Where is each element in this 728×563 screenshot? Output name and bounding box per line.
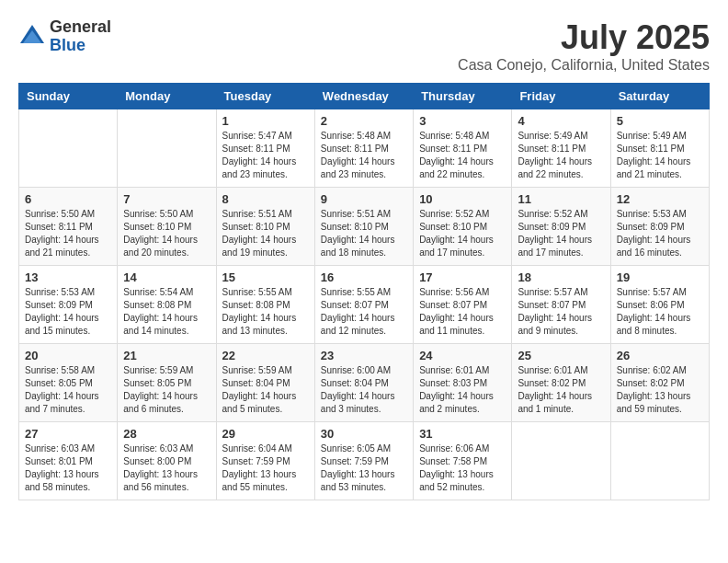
weekday-header: Saturday (610, 84, 709, 109)
day-number: 24 (419, 349, 506, 362)
calendar-week-row: 1Sunrise: 5:47 AM Sunset: 8:11 PM Daylig… (19, 109, 710, 188)
day-number: 6 (25, 192, 111, 206)
day-info: Sunrise: 6:06 AM Sunset: 7:58 PM Dayligh… (419, 442, 506, 494)
day-number: 1 (222, 114, 309, 128)
day-info: Sunrise: 6:03 AM Sunset: 8:01 PM Dayligh… (25, 442, 111, 494)
day-number: 8 (222, 192, 309, 206)
weekday-header: Thursday (414, 84, 512, 109)
calendar-cell: 5Sunrise: 5:49 AM Sunset: 8:11 PM Daylig… (610, 109, 709, 188)
calendar-cell (19, 109, 118, 188)
logo-icon (18, 23, 46, 51)
calendar-cell: 16Sunrise: 5:55 AM Sunset: 8:07 PM Dayli… (314, 266, 413, 344)
day-info: Sunrise: 5:53 AM Sunset: 8:09 PM Dayligh… (25, 286, 111, 338)
day-number: 21 (123, 349, 210, 362)
calendar-cell: 19Sunrise: 5:57 AM Sunset: 8:06 PM Dayli… (610, 266, 709, 344)
day-number: 23 (321, 349, 407, 362)
calendar-cell: 12Sunrise: 5:53 AM Sunset: 8:09 PM Dayli… (610, 188, 709, 266)
calendar-cell: 15Sunrise: 5:55 AM Sunset: 8:08 PM Dayli… (216, 266, 314, 344)
day-number: 22 (222, 349, 309, 362)
day-number: 16 (321, 270, 407, 284)
calendar-cell: 10Sunrise: 5:52 AM Sunset: 8:10 PM Dayli… (414, 188, 512, 266)
calendar-header-row: SundayMondayTuesdayWednesdayThursdayFrid… (19, 84, 710, 109)
calendar-cell: 14Sunrise: 5:54 AM Sunset: 8:08 PM Dayli… (118, 266, 216, 344)
day-info: Sunrise: 5:47 AM Sunset: 8:11 PM Dayligh… (222, 130, 309, 181)
day-info: Sunrise: 5:48 AM Sunset: 8:11 PM Dayligh… (419, 130, 506, 181)
day-info: Sunrise: 6:04 AM Sunset: 7:59 PM Dayligh… (222, 442, 309, 494)
day-number: 7 (123, 192, 210, 206)
calendar-cell: 22Sunrise: 5:59 AM Sunset: 8:04 PM Dayli… (216, 344, 314, 422)
day-info: Sunrise: 6:01 AM Sunset: 8:03 PM Dayligh… (419, 364, 506, 416)
day-info: Sunrise: 5:56 AM Sunset: 8:07 PM Dayligh… (419, 286, 506, 338)
logo-blue: Blue (50, 37, 111, 55)
logo: General Blue (18, 18, 111, 55)
day-info: Sunrise: 6:02 AM Sunset: 8:02 PM Dayligh… (617, 364, 703, 416)
day-number: 20 (25, 349, 111, 362)
month-title: July 2025 (458, 18, 710, 57)
weekday-header: Wednesday (314, 84, 413, 109)
calendar-cell: 25Sunrise: 6:01 AM Sunset: 8:02 PM Dayli… (512, 344, 610, 422)
calendar-week-row: 13Sunrise: 5:53 AM Sunset: 8:09 PM Dayli… (19, 266, 710, 344)
day-info: Sunrise: 5:58 AM Sunset: 8:05 PM Dayligh… (25, 364, 111, 416)
calendar-cell: 18Sunrise: 5:57 AM Sunset: 8:07 PM Dayli… (512, 266, 610, 344)
calendar-cell: 29Sunrise: 6:04 AM Sunset: 7:59 PM Dayli… (216, 422, 314, 500)
calendar-cell: 3Sunrise: 5:48 AM Sunset: 8:11 PM Daylig… (414, 109, 512, 188)
day-number: 30 (321, 427, 407, 441)
calendar-cell: 20Sunrise: 5:58 AM Sunset: 8:05 PM Dayli… (19, 344, 118, 422)
calendar-cell (512, 422, 610, 500)
calendar-table: SundayMondayTuesdayWednesdayThursdayFrid… (18, 83, 710, 500)
day-number: 5 (617, 114, 703, 128)
day-number: 15 (222, 270, 309, 284)
weekday-header: Sunday (19, 84, 118, 109)
day-number: 25 (518, 349, 604, 362)
day-number: 18 (518, 270, 604, 284)
calendar-cell: 11Sunrise: 5:52 AM Sunset: 8:09 PM Dayli… (512, 188, 610, 266)
calendar-cell: 24Sunrise: 6:01 AM Sunset: 8:03 PM Dayli… (414, 344, 512, 422)
day-info: Sunrise: 6:00 AM Sunset: 8:04 PM Dayligh… (321, 364, 407, 416)
day-number: 10 (419, 192, 506, 206)
day-info: Sunrise: 5:50 AM Sunset: 8:10 PM Dayligh… (123, 208, 210, 259)
day-number: 13 (25, 270, 111, 284)
calendar-cell: 7Sunrise: 5:50 AM Sunset: 8:10 PM Daylig… (118, 188, 216, 266)
day-info: Sunrise: 5:50 AM Sunset: 8:11 PM Dayligh… (25, 208, 111, 259)
day-info: Sunrise: 5:57 AM Sunset: 8:06 PM Dayligh… (617, 286, 703, 338)
day-number: 28 (123, 427, 210, 441)
day-info: Sunrise: 5:49 AM Sunset: 8:11 PM Dayligh… (518, 130, 604, 181)
day-number: 2 (321, 114, 407, 128)
calendar-cell (610, 422, 709, 500)
title-block: July 2025 Casa Conejo, California, Unite… (458, 18, 710, 74)
weekday-header: Monday (118, 84, 216, 109)
calendar-cell: 27Sunrise: 6:03 AM Sunset: 8:01 PM Dayli… (19, 422, 118, 500)
day-info: Sunrise: 5:51 AM Sunset: 8:10 PM Dayligh… (222, 208, 309, 259)
day-number: 11 (518, 192, 604, 206)
logo-general: General (50, 18, 111, 37)
calendar-cell: 6Sunrise: 5:50 AM Sunset: 8:11 PM Daylig… (19, 188, 118, 266)
day-info: Sunrise: 5:51 AM Sunset: 8:10 PM Dayligh… (321, 208, 407, 259)
day-info: Sunrise: 5:49 AM Sunset: 8:11 PM Dayligh… (617, 130, 703, 181)
day-number: 19 (617, 270, 703, 284)
calendar-cell: 17Sunrise: 5:56 AM Sunset: 8:07 PM Dayli… (414, 266, 512, 344)
day-number: 31 (419, 427, 506, 441)
calendar-week-row: 27Sunrise: 6:03 AM Sunset: 8:01 PM Dayli… (19, 422, 710, 500)
calendar-week-row: 20Sunrise: 5:58 AM Sunset: 8:05 PM Dayli… (19, 344, 710, 422)
day-info: Sunrise: 5:55 AM Sunset: 8:07 PM Dayligh… (321, 286, 407, 338)
day-info: Sunrise: 5:59 AM Sunset: 8:05 PM Dayligh… (123, 364, 210, 416)
day-info: Sunrise: 6:05 AM Sunset: 7:59 PM Dayligh… (321, 442, 407, 494)
calendar-cell: 23Sunrise: 6:00 AM Sunset: 8:04 PM Dayli… (314, 344, 413, 422)
day-info: Sunrise: 5:55 AM Sunset: 8:08 PM Dayligh… (222, 286, 309, 338)
weekday-header: Friday (512, 84, 610, 109)
calendar-cell: 4Sunrise: 5:49 AM Sunset: 8:11 PM Daylig… (512, 109, 610, 188)
day-info: Sunrise: 6:01 AM Sunset: 8:02 PM Dayligh… (518, 364, 604, 416)
logo-text: General Blue (50, 18, 111, 55)
calendar-cell: 9Sunrise: 5:51 AM Sunset: 8:10 PM Daylig… (314, 188, 413, 266)
day-number: 9 (321, 192, 407, 206)
weekday-header: Tuesday (216, 84, 314, 109)
day-info: Sunrise: 5:59 AM Sunset: 8:04 PM Dayligh… (222, 364, 309, 416)
calendar-cell: 28Sunrise: 6:03 AM Sunset: 8:00 PM Dayli… (118, 422, 216, 500)
day-number: 17 (419, 270, 506, 284)
location: Casa Conejo, California, United States (458, 57, 710, 74)
day-number: 12 (617, 192, 703, 206)
calendar-cell: 13Sunrise: 5:53 AM Sunset: 8:09 PM Dayli… (19, 266, 118, 344)
day-info: Sunrise: 5:48 AM Sunset: 8:11 PM Dayligh… (321, 130, 407, 181)
day-number: 4 (518, 114, 604, 128)
calendar-cell (118, 109, 216, 188)
